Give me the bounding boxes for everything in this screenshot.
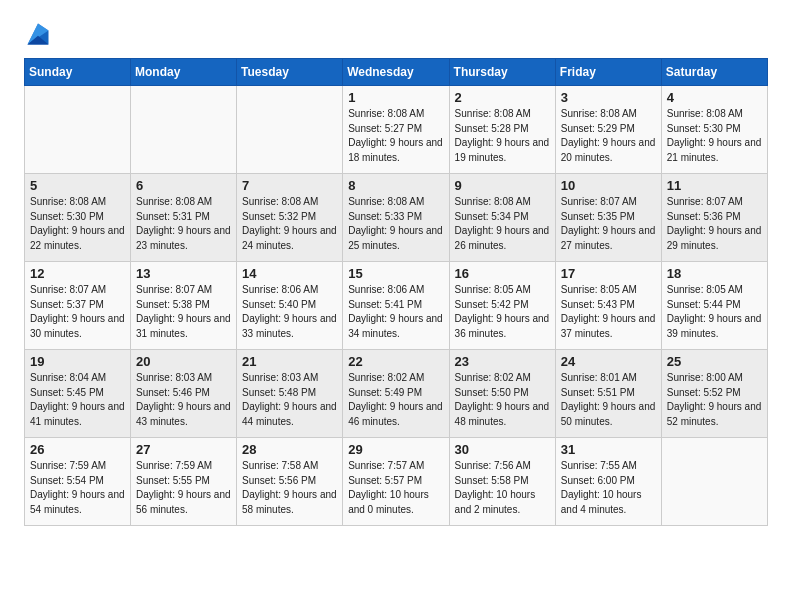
day-info: Sunrise: 8:00 AMSunset: 5:52 PMDaylight:…: [667, 371, 762, 429]
day-number: 2: [455, 90, 550, 105]
calendar-cell: 6Sunrise: 8:08 AMSunset: 5:31 PMDaylight…: [131, 174, 237, 262]
day-number: 29: [348, 442, 443, 457]
weekday-header: Sunday: [25, 59, 131, 86]
day-info: Sunrise: 8:08 AMSunset: 5:28 PMDaylight:…: [455, 107, 550, 165]
calendar-cell: 31Sunrise: 7:55 AMSunset: 6:00 PMDayligh…: [555, 438, 661, 526]
day-number: 10: [561, 178, 656, 193]
calendar-cell: 22Sunrise: 8:02 AMSunset: 5:49 PMDayligh…: [343, 350, 449, 438]
day-number: 30: [455, 442, 550, 457]
calendar-cell: 11Sunrise: 8:07 AMSunset: 5:36 PMDayligh…: [661, 174, 767, 262]
calendar-cell: 24Sunrise: 8:01 AMSunset: 5:51 PMDayligh…: [555, 350, 661, 438]
day-number: 13: [136, 266, 231, 281]
weekday-header: Friday: [555, 59, 661, 86]
calendar-cell: 28Sunrise: 7:58 AMSunset: 5:56 PMDayligh…: [237, 438, 343, 526]
day-info: Sunrise: 8:05 AMSunset: 5:44 PMDaylight:…: [667, 283, 762, 341]
day-info: Sunrise: 8:03 AMSunset: 5:48 PMDaylight:…: [242, 371, 337, 429]
day-number: 28: [242, 442, 337, 457]
day-number: 16: [455, 266, 550, 281]
calendar-cell: 1Sunrise: 8:08 AMSunset: 5:27 PMDaylight…: [343, 86, 449, 174]
day-info: Sunrise: 8:07 AMSunset: 5:36 PMDaylight:…: [667, 195, 762, 253]
day-info: Sunrise: 8:07 AMSunset: 5:37 PMDaylight:…: [30, 283, 125, 341]
calendar-cell: 18Sunrise: 8:05 AMSunset: 5:44 PMDayligh…: [661, 262, 767, 350]
day-info: Sunrise: 8:03 AMSunset: 5:46 PMDaylight:…: [136, 371, 231, 429]
calendar-week-row: 19Sunrise: 8:04 AMSunset: 5:45 PMDayligh…: [25, 350, 768, 438]
calendar-cell: 25Sunrise: 8:00 AMSunset: 5:52 PMDayligh…: [661, 350, 767, 438]
calendar-cell: [661, 438, 767, 526]
calendar-cell: [25, 86, 131, 174]
weekday-header: Wednesday: [343, 59, 449, 86]
day-info: Sunrise: 8:07 AMSunset: 5:38 PMDaylight:…: [136, 283, 231, 341]
calendar-cell: 8Sunrise: 8:08 AMSunset: 5:33 PMDaylight…: [343, 174, 449, 262]
day-info: Sunrise: 8:08 AMSunset: 5:29 PMDaylight:…: [561, 107, 656, 165]
calendar-week-row: 1Sunrise: 8:08 AMSunset: 5:27 PMDaylight…: [25, 86, 768, 174]
calendar-cell: 26Sunrise: 7:59 AMSunset: 5:54 PMDayligh…: [25, 438, 131, 526]
weekday-header: Monday: [131, 59, 237, 86]
day-number: 22: [348, 354, 443, 369]
day-info: Sunrise: 8:01 AMSunset: 5:51 PMDaylight:…: [561, 371, 656, 429]
calendar-cell: 10Sunrise: 8:07 AMSunset: 5:35 PMDayligh…: [555, 174, 661, 262]
day-number: 31: [561, 442, 656, 457]
day-number: 12: [30, 266, 125, 281]
calendar-cell: 16Sunrise: 8:05 AMSunset: 5:42 PMDayligh…: [449, 262, 555, 350]
day-info: Sunrise: 8:08 AMSunset: 5:34 PMDaylight:…: [455, 195, 550, 253]
calendar-cell: 7Sunrise: 8:08 AMSunset: 5:32 PMDaylight…: [237, 174, 343, 262]
day-number: 7: [242, 178, 337, 193]
day-info: Sunrise: 8:06 AMSunset: 5:40 PMDaylight:…: [242, 283, 337, 341]
day-info: Sunrise: 8:02 AMSunset: 5:50 PMDaylight:…: [455, 371, 550, 429]
day-number: 24: [561, 354, 656, 369]
day-info: Sunrise: 8:07 AMSunset: 5:35 PMDaylight:…: [561, 195, 656, 253]
day-info: Sunrise: 8:04 AMSunset: 5:45 PMDaylight:…: [30, 371, 125, 429]
day-number: 15: [348, 266, 443, 281]
weekday-header: Tuesday: [237, 59, 343, 86]
calendar-cell: 19Sunrise: 8:04 AMSunset: 5:45 PMDayligh…: [25, 350, 131, 438]
day-info: Sunrise: 7:59 AMSunset: 5:54 PMDaylight:…: [30, 459, 125, 517]
calendar-cell: 29Sunrise: 7:57 AMSunset: 5:57 PMDayligh…: [343, 438, 449, 526]
day-info: Sunrise: 8:02 AMSunset: 5:49 PMDaylight:…: [348, 371, 443, 429]
calendar-cell: 12Sunrise: 8:07 AMSunset: 5:37 PMDayligh…: [25, 262, 131, 350]
day-info: Sunrise: 7:59 AMSunset: 5:55 PMDaylight:…: [136, 459, 231, 517]
calendar-week-row: 26Sunrise: 7:59 AMSunset: 5:54 PMDayligh…: [25, 438, 768, 526]
day-number: 17: [561, 266, 656, 281]
calendar-cell: [131, 86, 237, 174]
day-number: 11: [667, 178, 762, 193]
calendar-cell: 2Sunrise: 8:08 AMSunset: 5:28 PMDaylight…: [449, 86, 555, 174]
day-number: 25: [667, 354, 762, 369]
day-info: Sunrise: 7:58 AMSunset: 5:56 PMDaylight:…: [242, 459, 337, 517]
day-number: 23: [455, 354, 550, 369]
calendar-cell: 27Sunrise: 7:59 AMSunset: 5:55 PMDayligh…: [131, 438, 237, 526]
day-number: 18: [667, 266, 762, 281]
day-number: 5: [30, 178, 125, 193]
calendar-cell: 14Sunrise: 8:06 AMSunset: 5:40 PMDayligh…: [237, 262, 343, 350]
header: [24, 18, 768, 48]
day-info: Sunrise: 7:55 AMSunset: 6:00 PMDaylight:…: [561, 459, 656, 517]
calendar-week-row: 12Sunrise: 8:07 AMSunset: 5:37 PMDayligh…: [25, 262, 768, 350]
day-info: Sunrise: 8:08 AMSunset: 5:32 PMDaylight:…: [242, 195, 337, 253]
day-info: Sunrise: 8:05 AMSunset: 5:42 PMDaylight:…: [455, 283, 550, 341]
calendar-cell: 13Sunrise: 8:07 AMSunset: 5:38 PMDayligh…: [131, 262, 237, 350]
calendar-cell: 5Sunrise: 8:08 AMSunset: 5:30 PMDaylight…: [25, 174, 131, 262]
calendar-cell: 30Sunrise: 7:56 AMSunset: 5:58 PMDayligh…: [449, 438, 555, 526]
day-info: Sunrise: 8:08 AMSunset: 5:27 PMDaylight:…: [348, 107, 443, 165]
day-info: Sunrise: 8:06 AMSunset: 5:41 PMDaylight:…: [348, 283, 443, 341]
day-number: 19: [30, 354, 125, 369]
day-info: Sunrise: 8:08 AMSunset: 5:33 PMDaylight:…: [348, 195, 443, 253]
calendar-cell: 21Sunrise: 8:03 AMSunset: 5:48 PMDayligh…: [237, 350, 343, 438]
day-number: 4: [667, 90, 762, 105]
calendar-week-row: 5Sunrise: 8:08 AMSunset: 5:30 PMDaylight…: [25, 174, 768, 262]
day-info: Sunrise: 8:05 AMSunset: 5:43 PMDaylight:…: [561, 283, 656, 341]
weekday-header: Saturday: [661, 59, 767, 86]
day-info: Sunrise: 7:57 AMSunset: 5:57 PMDaylight:…: [348, 459, 443, 517]
day-info: Sunrise: 7:56 AMSunset: 5:58 PMDaylight:…: [455, 459, 550, 517]
weekday-header-row: SundayMondayTuesdayWednesdayThursdayFrid…: [25, 59, 768, 86]
calendar-cell: 20Sunrise: 8:03 AMSunset: 5:46 PMDayligh…: [131, 350, 237, 438]
day-number: 26: [30, 442, 125, 457]
day-number: 3: [561, 90, 656, 105]
day-number: 27: [136, 442, 231, 457]
calendar-cell: [237, 86, 343, 174]
day-info: Sunrise: 8:08 AMSunset: 5:30 PMDaylight:…: [667, 107, 762, 165]
calendar-cell: 3Sunrise: 8:08 AMSunset: 5:29 PMDaylight…: [555, 86, 661, 174]
calendar-cell: 17Sunrise: 8:05 AMSunset: 5:43 PMDayligh…: [555, 262, 661, 350]
weekday-header: Thursday: [449, 59, 555, 86]
day-info: Sunrise: 8:08 AMSunset: 5:31 PMDaylight:…: [136, 195, 231, 253]
page: SundayMondayTuesdayWednesdayThursdayFrid…: [0, 0, 792, 612]
